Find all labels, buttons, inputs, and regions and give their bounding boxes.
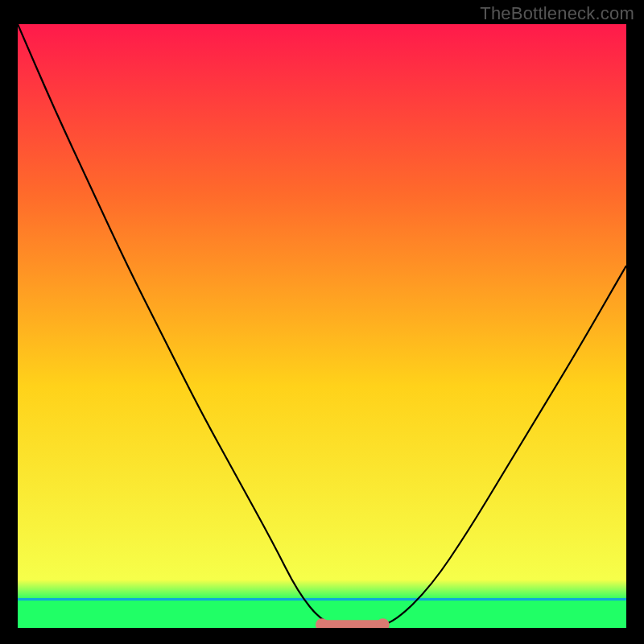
- accent-line: [18, 598, 626, 601]
- plot-area: [18, 24, 626, 628]
- gradient-background: [18, 24, 626, 628]
- watermark-text: TheBottleneck.com: [480, 3, 634, 24]
- chart-svg: [18, 24, 626, 628]
- chart-frame: TheBottleneck.com: [0, 0, 644, 644]
- svg-rect-0: [322, 620, 383, 628]
